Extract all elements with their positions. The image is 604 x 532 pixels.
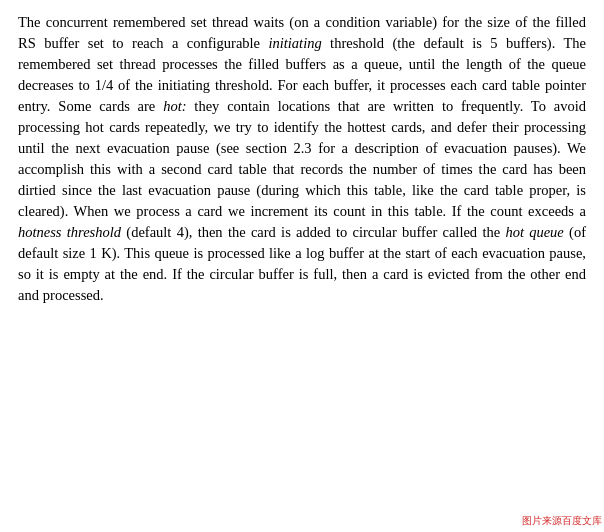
italic-hot: hot: bbox=[163, 98, 186, 114]
italic-hot-queue: hot queue bbox=[505, 224, 563, 240]
watermark: 图片来源百度文库 bbox=[522, 514, 602, 529]
italic-hotness-threshold: hotness threshold bbox=[18, 224, 121, 240]
italic-initiating: initiating bbox=[268, 35, 321, 51]
page-container: The concurrent remembered set thread wai… bbox=[0, 0, 604, 532]
main-text-block: The concurrent remembered set thread wai… bbox=[18, 12, 586, 306]
